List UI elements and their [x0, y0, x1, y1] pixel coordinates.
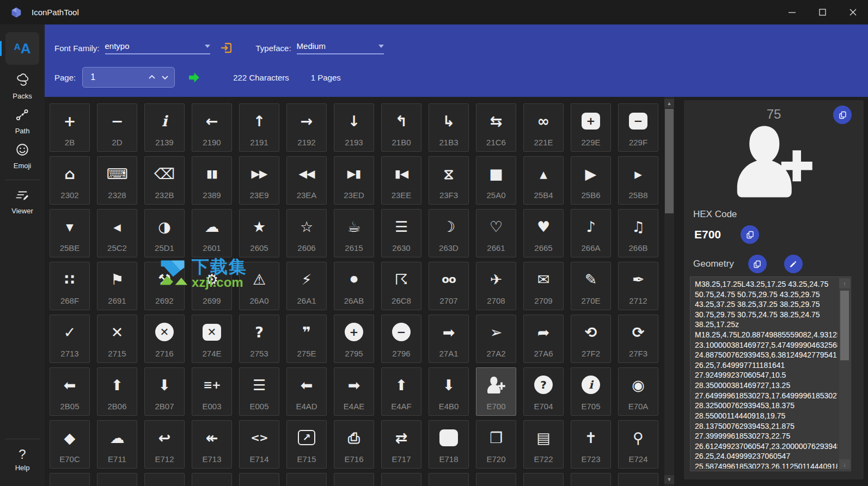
glyph-cell[interactable]: ↰21B0: [381, 103, 421, 152]
glyph-cell[interactable]: [334, 473, 374, 486]
glyph-cell[interactable]: ⌨2328: [97, 156, 137, 205]
glyph-cell[interactable]: ◂25C2: [97, 209, 137, 257]
glyph-cell[interactable]: ✝E723: [571, 420, 611, 469]
glyph-cell[interactable]: +2795: [334, 315, 374, 363]
scrollbar-thumb[interactable]: [840, 291, 849, 360]
glyph-cell[interactable]: ☰2630: [381, 209, 421, 257]
glyph-cell[interactable]: ⇆21C6: [476, 103, 516, 152]
glyph-cell[interactable]: ▤E722: [523, 420, 564, 469]
glyph-cell[interactable]: ⬇2B07: [144, 367, 185, 416]
glyph-cell[interactable]: ✕2715: [97, 315, 137, 363]
glyph-cell[interactable]: [381, 473, 421, 486]
glyph-cell[interactable]: ⬅2B05: [50, 367, 90, 416]
glyph-cell[interactable]: ◉E70A: [618, 367, 658, 416]
glyph-cell[interactable]: ⬆2B06: [97, 367, 137, 416]
glyph-cell[interactable]: ?E704: [523, 367, 564, 416]
glyph-cell[interactable]: ♫266B: [618, 209, 658, 257]
glyph-cell[interactable]: ☈26C8: [381, 262, 421, 310]
glyph-cell[interactable]: ◆E70C: [50, 420, 90, 469]
glyph-cell[interactable]: ★2605: [239, 209, 279, 257]
edit-geometry-button[interactable]: [784, 255, 803, 273]
sidebar-item-path[interactable]: Path: [4, 108, 40, 135]
glyph-cell[interactable]: ⟲27F2: [571, 315, 611, 363]
glyph-cell[interactable]: [192, 473, 232, 486]
glyph-cell[interactable]: ➦27A6: [523, 315, 564, 363]
glyph-cell[interactable]: [476, 473, 516, 486]
glyph-cell[interactable]: −2796: [381, 315, 421, 363]
go-page-button[interactable]: [188, 71, 200, 84]
glyph-cell[interactable]: ■25A0: [476, 156, 516, 205]
glyph-cell[interactable]: ☁E711: [97, 420, 137, 469]
glyph-cell[interactable]: ➡27A1: [429, 315, 469, 363]
glyph-cell[interactable]: ▾25BE: [50, 209, 90, 257]
glyph-cell[interactable]: [618, 473, 658, 486]
glyph-cell[interactable]: ▮▮2389: [192, 156, 232, 205]
glyph-cell[interactable]: −2D: [97, 103, 137, 152]
glyph-cell[interactable]: ✕2716: [144, 315, 185, 363]
glyph-cell[interactable]: [429, 473, 469, 486]
glyph-cell[interactable]: ♥2665: [523, 209, 564, 257]
glyph-cell[interactable]: E718: [429, 420, 469, 469]
glyph-cell[interactable]: iE705: [571, 367, 611, 416]
glyph-cell[interactable]: ⬇E4B0: [429, 367, 469, 416]
glyph-cell[interactable]: ✒2712: [618, 262, 658, 310]
glyph-cell[interactable]: ⟳27F3: [618, 315, 658, 363]
glyph-cell[interactable]: ☕2615: [334, 209, 374, 257]
glyph-cell[interactable]: ✉2709: [523, 262, 564, 310]
copy-geometry-button[interactable]: [748, 255, 767, 273]
glyph-cell[interactable]: oo2707: [429, 262, 469, 310]
sidebar-item-packs[interactable]: Packs: [4, 73, 40, 100]
glyph-cell[interactable]: ≡+E003: [192, 367, 232, 416]
glyph-cell[interactable]: ➢27A2: [476, 315, 516, 363]
glyph-cell[interactable]: ⬆E4AF: [381, 367, 421, 416]
glyph-cell[interactable]: E700: [476, 367, 516, 416]
glyph-cell[interactable]: +229E: [571, 103, 611, 152]
page-up-button[interactable]: [148, 75, 156, 80]
glyph-cell[interactable]: ⚒2692: [144, 262, 185, 310]
sidebar-item-emoji[interactable]: Emoji: [4, 143, 40, 170]
glyph-cell[interactable]: ☰E005: [239, 367, 279, 416]
glyph-cell[interactable]: ⌂2302: [50, 156, 90, 205]
glyph-cell[interactable]: ▶▮23ED: [334, 156, 374, 205]
glyph-cell[interactable]: +2B: [50, 103, 90, 152]
sidebar-item-viewer[interactable]: Viewer: [4, 189, 40, 215]
glyph-cell[interactable]: ▶25B6: [571, 156, 611, 205]
glyph-cell[interactable]: ▶▶23E9: [239, 156, 279, 205]
scroll-down-button[interactable]: ↓: [839, 459, 850, 469]
minimize-button[interactable]: [777, 0, 807, 24]
glyph-cell[interactable]: ⚠26A0: [239, 262, 279, 310]
glyph-cell[interactable]: ❞275E: [286, 315, 327, 363]
glyph-cell[interactable]: ▮◀23EE: [381, 156, 421, 205]
glyph-cell[interactable]: ☁2601: [192, 209, 232, 257]
font-family-dropdown[interactable]: entypo: [105, 41, 210, 54]
glyph-cell[interactable]: ☽263D: [429, 209, 469, 257]
copy-glyph-button[interactable]: [833, 106, 852, 124]
glyph-cell[interactable]: ↩E712: [144, 420, 185, 469]
glyph-cell[interactable]: ↳21B3: [429, 103, 469, 152]
glyph-cell[interactable]: ⌫232B: [144, 156, 185, 205]
glyph-cell[interactable]: ❐E720: [476, 420, 516, 469]
glyph-cell[interactable]: ◀◀23EA: [286, 156, 327, 205]
glyph-cell[interactable]: ▸25B8: [618, 156, 658, 205]
geometry-scrollbar[interactable]: ↑ ↓: [839, 278, 850, 470]
page-spinner[interactable]: 1: [82, 67, 175, 88]
glyph-cell[interactable]: [286, 473, 327, 486]
glyph-cell[interactable]: ↓2193: [334, 103, 374, 152]
glyph-cell[interactable]: ✕274E: [192, 315, 232, 363]
geometry-textbox[interactable]: M38.25,17.25L43.25,17.25 43.25,24.75 50.…: [690, 276, 851, 471]
glyph-cell[interactable]: [50, 473, 90, 486]
glyph-cell[interactable]: ⚫26AB: [334, 262, 374, 310]
scroll-down-button[interactable]: ▼: [664, 475, 674, 484]
glyph-cell[interactable]: ⚙2699: [192, 262, 232, 310]
grid-scrollbar[interactable]: ▲ ▼: [664, 97, 674, 486]
glyph-cell[interactable]: →2192: [286, 103, 327, 152]
glyph-cell[interactable]: ▴25B4: [523, 156, 564, 205]
glyph-cell[interactable]: ⚲E724: [618, 420, 658, 469]
glyph-cell[interactable]: ⎙E716: [334, 420, 374, 469]
glyph-cell[interactable]: ✓2713: [50, 315, 90, 363]
glyph-cell[interactable]: ⚡26A1: [286, 262, 327, 310]
glyph-cell[interactable]: ↞E713: [192, 420, 232, 469]
glyph-cell[interactable]: ➡E4AE: [334, 367, 374, 416]
glyph-cell[interactable]: ←2190: [192, 103, 232, 152]
import-font-button[interactable]: [220, 41, 233, 54]
